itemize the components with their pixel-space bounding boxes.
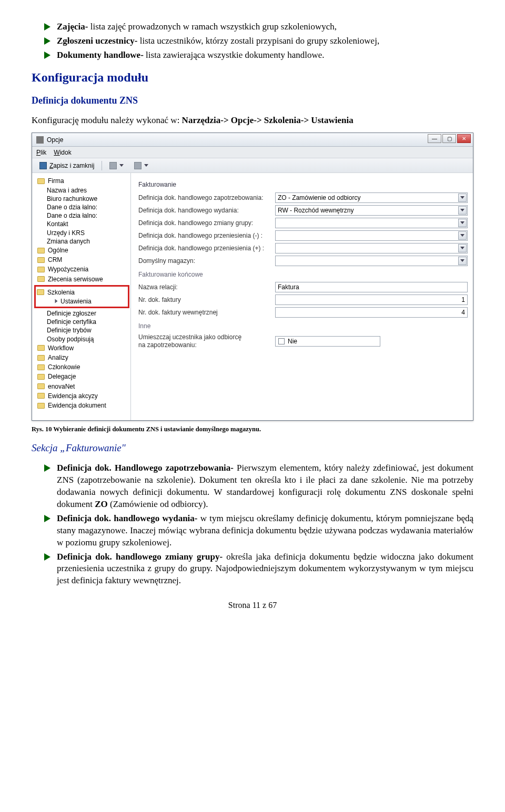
dropdown-button[interactable] <box>458 244 467 252</box>
tree-label: Workflow <box>48 344 74 352</box>
chevron-down-icon <box>460 209 464 211</box>
tree-folder[interactable]: Członkowie <box>37 362 129 372</box>
tree-leaf[interactable]: Nazwa i adres <box>37 186 129 195</box>
bullet-item: Zajęcia- lista zajęć prowadzonych w rama… <box>44 21 473 33</box>
umieszczaj-checkbox[interactable]: Nie <box>275 336 380 347</box>
def-zapo-combo[interactable]: ZO - Zamówienie od odbiorcy <box>275 192 468 203</box>
tree-label: Delegacje <box>48 372 76 381</box>
tree-label: Firma <box>48 177 64 185</box>
tree-leaf[interactable]: Kontakt <box>37 220 129 228</box>
save-close-button[interactable]: Zapisz i zamknij <box>36 160 97 171</box>
tree-folder-crm[interactable]: CRM <box>37 255 129 265</box>
folder-icon <box>37 393 45 399</box>
def-wydania-combo[interactable]: RW - Rozchód wewnętrzny <box>275 205 468 216</box>
maximize-button[interactable]: ▢ <box>442 134 456 143</box>
tree-label: Zlecenia serwisowe <box>48 275 103 283</box>
tree-folder[interactable]: Ewidencja dokument <box>37 401 129 410</box>
menubar: Plik Widok <box>32 147 473 158</box>
tree-folder[interactable]: Ewidencja akcyzy <box>37 391 129 401</box>
bullet-tri-icon <box>44 464 50 472</box>
field-label: Domyślny magazyn: <box>138 257 275 265</box>
tree-folder-firma[interactable]: Firma <box>37 176 129 186</box>
dropdown-button[interactable] <box>458 194 467 202</box>
tree-folder[interactable]: Workflow <box>37 343 129 353</box>
tools-button-2[interactable] <box>131 161 152 170</box>
tools-icon <box>134 162 142 169</box>
tree-leaf[interactable]: Urzędy i KRS <box>37 229 129 237</box>
dropdown-button[interactable] <box>458 206 467 215</box>
folder-icon <box>37 383 45 389</box>
tree-label: enovaNet <box>48 382 75 391</box>
nr-faktury-input[interactable]: 1 <box>275 295 468 305</box>
field-label: Nr. dok. faktury wewnętrznej <box>138 308 275 317</box>
dropdown-button[interactable] <box>458 219 467 227</box>
toolbar: Zapisz i zamknij <box>32 158 473 173</box>
tree-leaf[interactable]: Osoby podpisują <box>37 335 129 343</box>
tree-folder-zlecserw[interactable]: Zlecenia serwisowe <box>37 275 129 284</box>
bullet-item: Definicja dok. handlowego zmiany grupy- … <box>44 551 473 587</box>
bullet-text: lista uczestników, którzy zostali przypi… <box>137 36 379 46</box>
bullet-item: Definicja dok. handlowego wydania- w tym… <box>44 513 473 549</box>
dropdown-button[interactable] <box>458 231 467 240</box>
tree-leaf[interactable]: Definicje certyfika <box>37 318 129 326</box>
heading-konfiguracja: Konfiguracja modułu <box>32 69 473 86</box>
tree-leaf[interactable]: Dane o dzia łalno: <box>37 211 129 220</box>
top-bullet-list: Zajęcia- lista zajęć prowadzonych w rama… <box>32 21 473 62</box>
form-pane: Fakturowanie Definicja dok. handlowego z… <box>131 173 473 420</box>
window-title: Opcje <box>47 136 63 144</box>
tools-button[interactable] <box>106 161 127 170</box>
tree-leaf[interactable]: Definicje trybów <box>37 326 129 334</box>
dropdown-button[interactable] <box>458 257 467 265</box>
combo-value: RW - Rozchód wewnętrzny <box>278 206 354 215</box>
options-window: Opcje — ▢ ✕ Plik Widok Zapisz i zamknij … <box>32 133 473 421</box>
chevron-down-icon <box>119 164 124 167</box>
tree-folder[interactable]: Delegacje <box>37 372 129 381</box>
folder-icon <box>37 267 45 272</box>
domyslny-magazyn-combo[interactable] <box>275 256 468 266</box>
bullet-bold: Dokumenty handlowe- <box>57 50 144 60</box>
bullet-text: lista zawierająca wszystkie dokumenty ha… <box>144 50 325 60</box>
tree-label: Ewidencja akcyzy <box>48 392 98 400</box>
tree-label: Ustawienia <box>60 297 92 306</box>
tree-highlight: Szkolenia Ustawienia <box>34 285 129 308</box>
bullet-bold: Definicja dok. Handlowego zapotrzebowani… <box>57 463 234 473</box>
field-label: Umieszczaj uczestnika jako odbiorcęna za… <box>138 333 275 349</box>
field-label: Nr. dok. faktury <box>138 296 275 304</box>
tree-leaf[interactable]: Zmiana danych <box>37 237 129 246</box>
close-button[interactable]: ✕ <box>457 134 471 143</box>
tree-folder[interactable]: Analizy <box>37 353 129 362</box>
field-label: Definicja dok. handlowego zapotrzebowani… <box>138 194 275 202</box>
def-przen-minus-combo[interactable] <box>275 230 468 241</box>
folder-icon <box>37 403 45 409</box>
nazwa-relacji-input[interactable]: Faktura <box>275 282 468 292</box>
group-header-koncowe: Fakturowanie końcowe <box>138 270 468 279</box>
text-value: 1 <box>461 296 465 304</box>
tree-leaf[interactable]: Dane o dzia łalno: <box>37 203 129 211</box>
chevron-down-icon <box>460 196 464 199</box>
def-zmiany-combo[interactable] <box>275 218 468 228</box>
menu-widok[interactable]: Widok <box>54 148 71 157</box>
field-label: Definicja dok. handlowego wydania: <box>138 206 275 215</box>
tree-label: CRM <box>48 256 62 264</box>
tree-leaf[interactable]: Definicje zgłoszer <box>37 309 129 318</box>
titlebar: Opcje — ▢ ✕ <box>32 133 473 147</box>
menu-plik[interactable]: Plik <box>36 148 46 157</box>
options-tree[interactable]: Firma Nazwa i adres Biuro rachunkowe Dan… <box>32 173 131 420</box>
minimize-button[interactable]: — <box>428 134 441 143</box>
field-label: Nazwa relacji: <box>138 283 275 291</box>
tree-leaf-ustawienia[interactable]: Ustawienia <box>37 297 128 306</box>
tree-folder-szkolenia[interactable]: Szkolenia <box>37 288 128 297</box>
tree-folder[interactable]: enovaNet <box>37 382 129 391</box>
tree-folder-ogolne[interactable]: Ogólne <box>37 246 129 255</box>
tree-leaf[interactable]: Biuro rachunkowe <box>37 195 129 203</box>
config-path-text: Konfigurację modułu należy wykonać w: Na… <box>32 115 473 127</box>
tree-label: Członkowie <box>48 363 80 371</box>
chevron-down-icon <box>460 221 464 224</box>
tree-folder-wypo[interactable]: Wypożyczenia <box>37 265 129 274</box>
tree-label: Ewidencja dokument <box>48 401 106 410</box>
def-przen-plus-combo[interactable] <box>275 243 468 253</box>
folder-icon <box>37 248 45 253</box>
folder-icon <box>37 374 45 380</box>
nr-faktury-wew-input[interactable]: 4 <box>275 307 468 318</box>
bullet-tri-icon <box>44 37 50 45</box>
